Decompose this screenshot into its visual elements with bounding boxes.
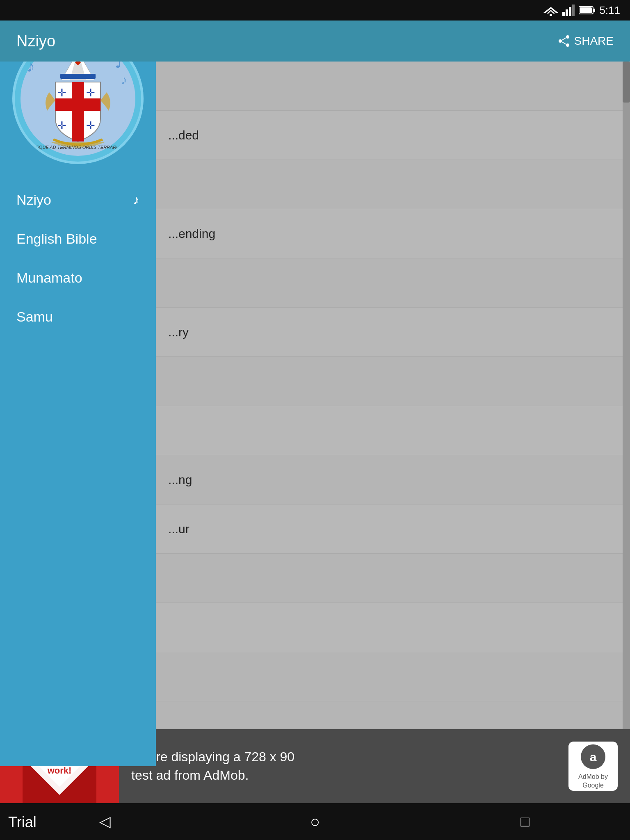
sidebar-item-nziyo-label: Nziyo bbox=[16, 192, 51, 208]
list-row[interactable] bbox=[156, 406, 630, 455]
sidebar-item-nziyo[interactable]: Nziyo ♪ bbox=[0, 180, 156, 219]
row-text: ...ur bbox=[168, 522, 189, 536]
svg-text:a: a bbox=[590, 750, 597, 764]
list-row[interactable] bbox=[156, 258, 630, 308]
svg-point-2 bbox=[550, 14, 552, 16]
list-row[interactable]: ...ry bbox=[156, 308, 630, 357]
status-bar: 5:11 bbox=[0, 0, 630, 21]
trial-label: Trial bbox=[8, 814, 37, 831]
row-text: ...ng bbox=[168, 473, 192, 487]
app-bar: Nziyo SHARE bbox=[0, 21, 630, 62]
sidebar: ♪ ♩ ♪ ✛ ✛ ✛ ✛ bbox=[0, 21, 156, 766]
main-content: ...ded ...ending ...ry ...ng ...ur bbox=[156, 62, 630, 766]
sidebar-item-english-bible[interactable]: English Bible bbox=[0, 219, 156, 258]
share-label: SHARE bbox=[574, 34, 614, 48]
sidebar-item-english-bible-label: English Bible bbox=[16, 231, 97, 247]
nav-bar: Trial ◁ ○ □ bbox=[0, 803, 630, 840]
list-row[interactable] bbox=[156, 652, 630, 701]
svg-rect-3 bbox=[562, 12, 565, 16]
svg-text:✛: ✛ bbox=[57, 119, 66, 132]
recent-button[interactable]: □ bbox=[513, 809, 537, 834]
list-row[interactable]: ...ng bbox=[156, 455, 630, 504]
scrollbar-thumb[interactable] bbox=[623, 62, 630, 103]
svg-rect-5 bbox=[569, 7, 571, 16]
share-icon bbox=[558, 35, 570, 47]
home-icon: ○ bbox=[310, 813, 320, 831]
list-row[interactable] bbox=[156, 160, 630, 209]
music-icon: ♪ bbox=[133, 192, 139, 208]
ad-logo: a AdMob by Google bbox=[568, 742, 618, 791]
signal-icon bbox=[562, 5, 575, 16]
svg-line-14 bbox=[562, 42, 566, 44]
sidebar-item-munamato-label: Munamato bbox=[16, 270, 82, 286]
admob-logo-icon: a bbox=[579, 742, 607, 771]
admob-logo-text: AdMob by Google bbox=[568, 773, 618, 790]
app-bar-title: Nziyo bbox=[16, 32, 55, 50]
svg-line-13 bbox=[562, 38, 566, 40]
svg-rect-8 bbox=[593, 9, 595, 12]
row-text: ...ending bbox=[168, 227, 215, 241]
status-time: 5:11 bbox=[599, 4, 620, 17]
svg-text:✛: ✛ bbox=[57, 87, 66, 99]
list-row[interactable] bbox=[156, 357, 630, 406]
list-row[interactable]: ...ending bbox=[156, 209, 630, 258]
svg-rect-21 bbox=[60, 74, 96, 79]
list-row[interactable] bbox=[156, 62, 630, 111]
svg-point-12 bbox=[559, 39, 562, 43]
ad-text: You're displaying a 728 x 90test ad from… bbox=[131, 748, 556, 785]
svg-text:♪: ♪ bbox=[121, 73, 127, 87]
svg-text:✛: ✛ bbox=[86, 119, 95, 132]
list-row[interactable] bbox=[156, 603, 630, 652]
battery-icon bbox=[579, 6, 595, 15]
back-icon: ◁ bbox=[99, 813, 111, 830]
svg-rect-4 bbox=[566, 9, 568, 16]
svg-rect-6 bbox=[572, 5, 575, 16]
list-row[interactable]: ...ur bbox=[156, 504, 630, 554]
list-row[interactable]: ...ded bbox=[156, 111, 630, 160]
svg-rect-24 bbox=[72, 82, 84, 142]
sidebar-item-samu-label: Samu bbox=[16, 309, 53, 325]
back-button[interactable]: ◁ bbox=[93, 809, 117, 834]
svg-point-10 bbox=[566, 35, 569, 39]
wifi-icon bbox=[543, 5, 558, 16]
sidebar-item-samu[interactable]: Samu bbox=[0, 297, 156, 336]
svg-text:USQUE AD TERMINOS ORBIS TERRAR: USQUE AD TERMINOS ORBIS TERRARUM bbox=[33, 145, 124, 150]
svg-rect-9 bbox=[580, 7, 592, 13]
svg-text:✛: ✛ bbox=[86, 87, 95, 99]
svg-text:work!: work! bbox=[47, 765, 72, 776]
list-row[interactable] bbox=[156, 554, 630, 603]
row-text: ...ry bbox=[168, 325, 189, 339]
row-text: ...ded bbox=[168, 128, 199, 142]
sidebar-item-munamato[interactable]: Munamato bbox=[0, 258, 156, 297]
nav-items: Nziyo ♪ English Bible Munamato Samu bbox=[0, 172, 156, 766]
ad-text-area: You're displaying a 728 x 90test ad from… bbox=[119, 748, 568, 785]
recent-icon: □ bbox=[520, 813, 530, 830]
status-icons: 5:11 bbox=[543, 4, 620, 17]
scrollbar-track bbox=[623, 62, 630, 766]
home-button[interactable]: ○ bbox=[303, 809, 327, 834]
svg-point-11 bbox=[566, 43, 569, 47]
share-button[interactable]: SHARE bbox=[558, 34, 614, 48]
